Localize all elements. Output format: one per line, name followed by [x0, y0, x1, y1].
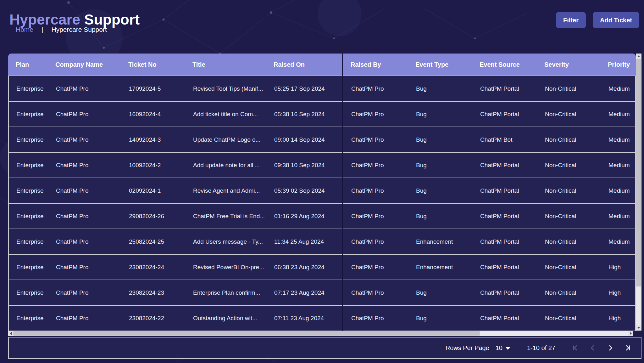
column-header-severity[interactable]: Severity	[537, 61, 600, 68]
table-row[interactable]: EnterpriseChatPM Pro23082024-23Enterpris…	[9, 280, 635, 306]
cell-raised_on: 05:38 16 Sep 2024	[267, 111, 344, 118]
cell-ticket_no: 17092024-5	[121, 85, 186, 92]
scroll-left-button[interactable]	[8, 331, 13, 336]
cell-event_type: Bug	[408, 213, 473, 220]
cell-title: Add Users message - Ty...	[186, 238, 267, 245]
column-header-event_source[interactable]: Event Source	[472, 61, 537, 68]
cell-ticket_no: 02092024-1	[121, 187, 186, 194]
cell-plan: Enterprise	[9, 85, 48, 92]
breadcrumb-current: Hypercare Support	[52, 26, 107, 33]
cell-raised_by: ChatPM Pro	[344, 187, 408, 194]
page-range-label: 1-10 of 27	[527, 344, 555, 352]
table-row[interactable]: EnterpriseChatPM Pro25082024-25Add Users…	[9, 229, 635, 255]
cell-event_type: Bug	[408, 315, 473, 322]
cell-plan: Enterprise	[9, 111, 48, 118]
column-header-raised_on[interactable]: Raised On	[266, 61, 343, 68]
cell-event_source: ChatPM Portal	[473, 111, 537, 118]
cell-event_source: ChatPM Portal	[473, 238, 537, 245]
scroll-right-icon	[630, 332, 632, 335]
cell-priority: Medium	[601, 238, 635, 245]
cell-raised_on: 05:39 02 Sep 2024	[267, 187, 344, 194]
cell-company: ChatPM Pro	[48, 238, 121, 245]
next-page-button[interactable]	[606, 344, 614, 352]
rows-per-page-value: 10	[496, 344, 502, 352]
scroll-down-button[interactable]	[636, 325, 641, 331]
cell-ticket_no: 16092024-4	[121, 111, 186, 118]
table-header-row: PlanCompany NameTicket NoTitleRaised OnR…	[8, 54, 636, 76]
table-row[interactable]: EnterpriseChatPM Pro16092024-4Add ticket…	[9, 102, 635, 127]
cell-plan: Enterprise	[9, 162, 48, 169]
rows-per-page-label: Rows Per Page	[446, 344, 489, 352]
cell-raised_by: ChatPM Pro	[344, 238, 408, 245]
cell-title: Outstanding Action wit...	[186, 315, 267, 322]
cell-ticket_no: 23082024-24	[121, 264, 186, 271]
add-ticket-button[interactable]: Add Ticket	[593, 12, 639, 28]
table-row[interactable]: EnterpriseChatPM Pro23082024-22Outstandi…	[9, 306, 635, 331]
cell-company: ChatPM Pro	[48, 264, 121, 271]
cell-event_source: ChatPM Portal	[473, 162, 537, 169]
page-title-primary: Hypercare	[9, 11, 80, 28]
scroll-up-icon	[637, 55, 640, 57]
table-row[interactable]: EnterpriseChatPM Pro29082024-26ChatPM Fr…	[9, 204, 635, 229]
cell-company: ChatPM Pro	[48, 213, 121, 220]
cell-ticket_no: 23082024-22	[121, 315, 186, 322]
column-header-plan[interactable]: Plan	[8, 61, 48, 68]
last-page-button[interactable]	[624, 344, 632, 352]
cell-raised_on: 07:17 23 Aug 2024	[267, 289, 344, 296]
cell-company: ChatPM Pro	[48, 187, 121, 194]
last-page-icon	[624, 344, 632, 352]
table-row[interactable]: EnterpriseChatPM Pro17092024-5Revised To…	[9, 76, 635, 102]
cell-raised_on: 07:11 23 Aug 2024	[267, 315, 344, 322]
cell-priority: Medium	[601, 111, 635, 118]
cell-priority: High	[601, 289, 635, 296]
cell-company: ChatPM Pro	[48, 111, 121, 118]
cell-severity: Non-Critical	[537, 264, 601, 271]
cell-event_type: Bug	[408, 111, 473, 118]
column-header-raised_by[interactable]: Raised By	[343, 61, 408, 68]
cell-title: Revised Tool Tips (Manif...	[186, 85, 267, 92]
cell-title: Add update note for all ...	[186, 162, 267, 169]
pagination-bar: Rows Per Page 10 1-10 of 27	[8, 337, 641, 359]
rows-per-page-dropdown[interactable]: 10	[496, 344, 510, 352]
cell-raised_on: 09:38 10 Sep 2024	[267, 162, 344, 169]
filter-button[interactable]: Filter	[556, 12, 586, 28]
horizontal-scrollbar[interactable]	[8, 331, 633, 336]
cell-plan: Enterprise	[9, 238, 48, 245]
column-header-title[interactable]: Title	[185, 61, 266, 68]
scroll-right-button[interactable]	[628, 331, 633, 336]
column-header-event_type[interactable]: Event Type	[408, 61, 472, 68]
cell-company: ChatPM Pro	[48, 162, 121, 169]
cell-severity: Non-Critical	[537, 111, 601, 118]
column-header-company[interactable]: Company Name	[48, 61, 121, 68]
first-page-button[interactable]	[571, 344, 579, 352]
table-row[interactable]: EnterpriseChatPM Pro14092024-3Update Cha…	[9, 127, 635, 153]
cell-raised_on: 05:25 17 Sep 2024	[267, 85, 344, 92]
tickets-table: PlanCompany NameTicket NoTitleRaised OnR…	[8, 54, 641, 331]
cell-event_source: ChatPM Portal	[473, 315, 537, 322]
horizontal-scroll-thumb[interactable]	[13, 331, 480, 336]
cell-plan: Enterprise	[9, 289, 48, 296]
scroll-left-icon	[10, 332, 12, 335]
cell-severity: Non-Critical	[537, 136, 601, 143]
previous-page-button[interactable]	[589, 344, 597, 352]
table-row[interactable]: EnterpriseChatPM Pro23082024-24Revised P…	[9, 255, 635, 280]
column-header-ticket_no[interactable]: Ticket No	[121, 61, 185, 68]
cell-severity: Non-Critical	[537, 315, 601, 322]
cell-event_source: ChatPM Portal	[473, 85, 537, 92]
table-row[interactable]: EnterpriseChatPM Pro02092024-1Revise Age…	[9, 178, 635, 204]
cell-event_type: Bug	[408, 136, 473, 143]
vertical-scrollbar[interactable]	[636, 54, 641, 331]
cell-priority: Medium	[601, 162, 635, 169]
cell-severity: Non-Critical	[537, 238, 601, 245]
breadcrumb-home-link[interactable]: Home	[16, 26, 33, 33]
vertical-scroll-thumb[interactable]	[636, 59, 641, 286]
cell-ticket_no: 29082024-26	[121, 213, 186, 220]
scroll-up-button[interactable]	[636, 54, 641, 59]
cell-raised_on: 01:16 29 Aug 2024	[267, 213, 344, 220]
cell-company: ChatPM Pro	[48, 315, 121, 322]
table-row[interactable]: EnterpriseChatPM Pro10092024-2Add update…	[9, 153, 635, 178]
cell-raised_by: ChatPM Pro	[344, 136, 408, 143]
column-header-priority[interactable]: Priority	[600, 61, 636, 68]
cell-plan: Enterprise	[9, 264, 48, 271]
cell-severity: Non-Critical	[537, 187, 601, 194]
